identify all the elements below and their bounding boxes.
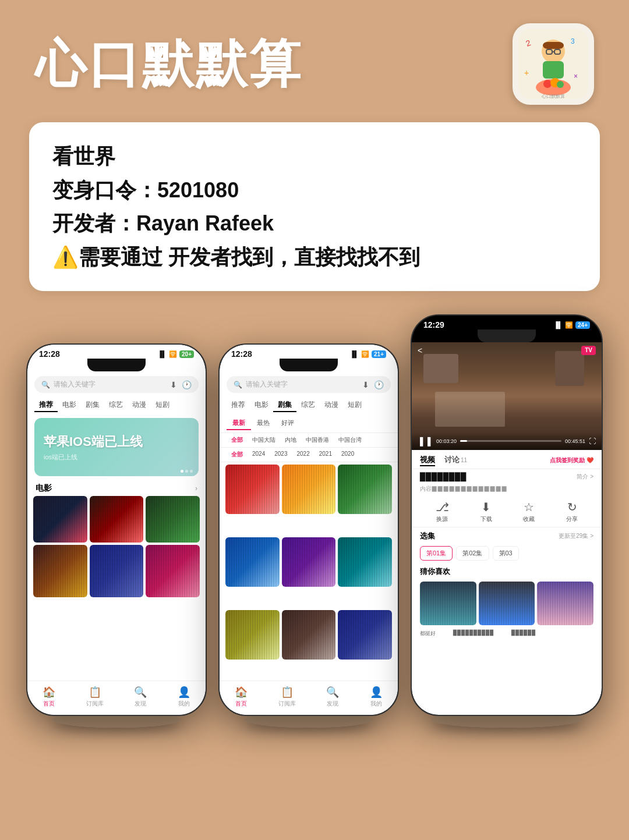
drama-thumb-6[interactable] bbox=[338, 537, 392, 587]
side-reward-btn[interactable]: 点我签到奖励 ❤️ bbox=[550, 456, 593, 465]
nav-tab-short-center[interactable]: 短剧 bbox=[343, 399, 366, 412]
nav-tab-movie-center[interactable]: 电影 bbox=[250, 399, 273, 412]
back-button[interactable]: < bbox=[418, 346, 422, 355]
play-button[interactable]: ❚❚ bbox=[418, 435, 433, 446]
banner-left: 苹果IOS端已上线 ios端已上线 bbox=[34, 418, 199, 476]
search-placeholder-center: 请输入关键字 bbox=[246, 380, 359, 389]
nav-tab-recommend-left[interactable]: 推荐 bbox=[34, 399, 58, 412]
action-download[interactable]: ⬇ 下载 bbox=[480, 500, 492, 523]
search-bar-center[interactable]: 🔍 请输入关键字 ⬇ 🕐 bbox=[227, 376, 391, 393]
phone-center: 12:28 ▐▌ 🛜 21+ 🔍 请输入关键字 ⬇ 🕐 bbox=[218, 343, 399, 716]
nav-tabs-center: 推荐 电影 剧集 综艺 动漫 短剧 bbox=[220, 396, 398, 414]
sub-tab-newest[interactable]: 最新 bbox=[227, 417, 251, 430]
episode-more[interactable]: 更新至29集 > bbox=[559, 532, 593, 540]
drama-thumb-8[interactable] bbox=[282, 610, 336, 660]
region-mainland[interactable]: 中国大陆 bbox=[248, 435, 280, 445]
tab-video[interactable]: 视频 bbox=[420, 455, 435, 466]
dot-1 bbox=[181, 470, 183, 473]
movie-thumb-4[interactable] bbox=[33, 545, 87, 597]
search-placeholder-left: 请输入关键字 bbox=[54, 380, 167, 389]
drama-thumb-2[interactable] bbox=[282, 465, 336, 514]
region-inland[interactable]: 内地 bbox=[280, 435, 301, 445]
phone-left-wrapper: 12:28 ▐▌ 🛜 20+ 🔍 请输入关键字 ⬇ 🕐 bbox=[26, 343, 207, 728]
episode-label: 选集 bbox=[420, 531, 435, 541]
bottom-nav-discover-left[interactable]: 🔍 发现 bbox=[134, 686, 147, 708]
svg-rect-6 bbox=[543, 42, 564, 49]
tv-button[interactable]: TV bbox=[581, 346, 596, 355]
sub-tab-rating[interactable]: 好评 bbox=[275, 417, 300, 430]
year-2022[interactable]: 2022 bbox=[292, 449, 314, 460]
fullscreen-button[interactable]: ⛶ bbox=[589, 437, 596, 445]
info-line-2-label: 变身口令： bbox=[52, 178, 157, 202]
movie-thumb-1[interactable] bbox=[33, 496, 87, 543]
discover-icon-center: 🔍 bbox=[326, 686, 339, 699]
drama-thumb-5[interactable] bbox=[282, 537, 336, 587]
movie-thumb-2[interactable] bbox=[90, 496, 144, 543]
recommend-thumb-3[interactable] bbox=[537, 582, 593, 625]
year-2020[interactable]: 2020 bbox=[337, 449, 359, 460]
drama-thumb-7[interactable] bbox=[225, 610, 280, 660]
episode-01[interactable]: 第01集 bbox=[420, 546, 453, 561]
region-tw[interactable]: 中国台湾 bbox=[334, 435, 366, 445]
recommend-thumb-2[interactable] bbox=[479, 582, 535, 625]
recommend-thumb-1[interactable] bbox=[420, 582, 476, 625]
nav-tab-anime-center[interactable]: 动漫 bbox=[320, 399, 343, 412]
action-share[interactable]: ↻ 分享 bbox=[566, 500, 578, 523]
region-all[interactable]: 全部 bbox=[227, 435, 248, 445]
video-player: < TV ❚❚ 00:03:20 bbox=[412, 342, 602, 450]
year-2023[interactable]: 2023 bbox=[270, 449, 292, 460]
region-tabs-center: 全部 中国大陆 内地 中国香港 中国台湾 bbox=[220, 433, 398, 448]
drama-thumb-1[interactable] bbox=[225, 465, 280, 514]
intro-button[interactable]: 简介 > bbox=[577, 473, 593, 481]
video-description: 内容▉▉▉▉▉▉▉▉▉▉▉▉▉ bbox=[412, 485, 602, 497]
year-2021[interactable]: 2021 bbox=[314, 449, 337, 460]
bottom-nav-home-left[interactable]: 🏠 首页 bbox=[43, 686, 55, 708]
action-switch-source[interactable]: ⎇ 换源 bbox=[436, 500, 449, 523]
episode-02[interactable]: 第02集 bbox=[456, 546, 489, 561]
bottom-nav-discover-center[interactable]: 🔍 发现 bbox=[326, 686, 339, 708]
movie-thumb-3[interactable] bbox=[146, 496, 200, 543]
nav-tab-variety-center[interactable]: 综艺 bbox=[296, 399, 320, 412]
nav-tab-short-left[interactable]: 短剧 bbox=[151, 399, 174, 412]
episode-03[interactable]: 第03 bbox=[493, 546, 519, 561]
drama-thumb-9[interactable] bbox=[338, 610, 392, 660]
drama-thumb-4[interactable] bbox=[225, 537, 280, 587]
svg-rect-2 bbox=[543, 61, 564, 79]
year-2024[interactable]: 2024 bbox=[248, 449, 270, 460]
phone-right-wrapper: 12:29 ▐▌ 🛜 24+ < TV bbox=[411, 314, 603, 728]
sub-tab-hot[interactable]: 最热 bbox=[251, 417, 275, 430]
year-all[interactable]: 全部 bbox=[227, 449, 248, 460]
status-icons-right: ▐▌ 🛜 24+ bbox=[553, 321, 590, 329]
bottom-nav-home-center[interactable]: 🏠 首页 bbox=[235, 686, 248, 708]
progress-bar[interactable] bbox=[460, 440, 561, 442]
drama-thumb-3[interactable] bbox=[338, 465, 392, 514]
video-actions: ⎇ 换源 ⬇ 下载 ☆ 收藏 ↻ 分享 bbox=[412, 497, 602, 527]
nav-tab-drama-left[interactable]: 剧集 bbox=[81, 399, 104, 412]
recommend-label-3: ▉▉▉▉▉▉ bbox=[511, 630, 536, 637]
info-card: 看世界 变身口令：5201080 开发者：Rayan Rafeek ⚠️需要通过… bbox=[29, 122, 600, 291]
subs-icon-center: 📋 bbox=[281, 686, 294, 699]
info-line-4: ⚠️需要通过 开发者找到，直接找找不到 bbox=[52, 240, 577, 274]
action-favorite[interactable]: ☆ 收藏 bbox=[523, 500, 535, 523]
movie-thumb-5[interactable] bbox=[90, 545, 144, 597]
section-more-movie[interactable]: › bbox=[195, 484, 197, 492]
bottom-nav-subs-left[interactable]: 📋 订阅库 bbox=[86, 686, 104, 708]
movie-thumb-6[interactable] bbox=[146, 545, 200, 597]
search-bar-left[interactable]: 🔍 请输入关键字 ⬇ 🕐 bbox=[34, 376, 199, 393]
tab-discussion[interactable]: 讨论11 bbox=[444, 455, 467, 466]
bottom-nav-subs-center[interactable]: 📋 订阅库 bbox=[278, 686, 296, 708]
nav-tab-movie-left[interactable]: 电影 bbox=[58, 399, 81, 412]
notch-center bbox=[280, 359, 338, 371]
svg-text:+: + bbox=[524, 68, 529, 77]
bottom-nav-center: 🏠 首页 📋 订阅库 🔍 发现 👤 我的 bbox=[220, 680, 398, 715]
nav-tab-drama-center[interactable]: 剧集 bbox=[273, 399, 296, 412]
nav-tab-variety-left[interactable]: 综艺 bbox=[104, 399, 128, 412]
region-hk[interactable]: 中国香港 bbox=[301, 435, 334, 445]
bottom-nav-mine-center[interactable]: 👤 我的 bbox=[370, 686, 383, 708]
badge-center: 21+ bbox=[372, 350, 386, 358]
home-icon-center: 🏠 bbox=[235, 686, 248, 699]
nav-tab-recommend-center[interactable]: 推荐 bbox=[227, 399, 250, 412]
screen-center: 12:28 ▐▌ 🛜 21+ 🔍 请输入关键字 ⬇ 🕐 bbox=[220, 345, 398, 715]
nav-tab-anime-left[interactable]: 动漫 bbox=[128, 399, 151, 412]
bottom-nav-mine-left[interactable]: 👤 我的 bbox=[178, 686, 190, 708]
